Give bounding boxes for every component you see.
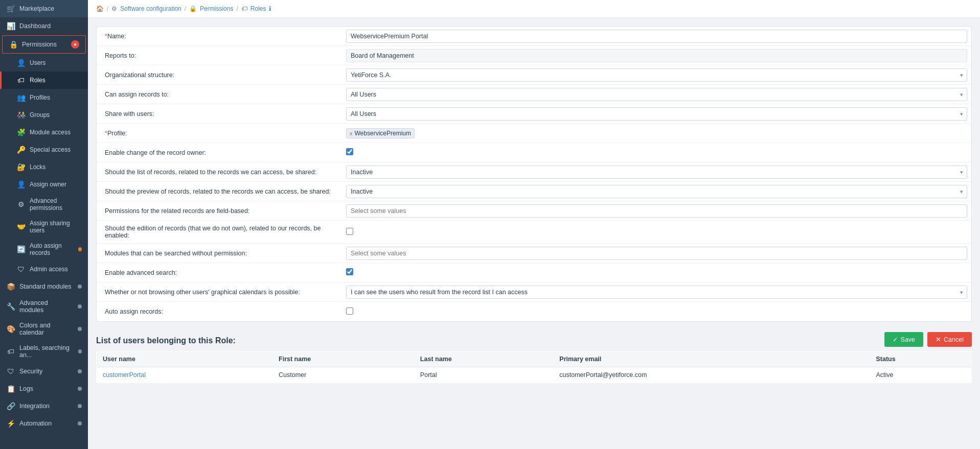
sidebar-item-roles[interactable]: 🏷 Roles xyxy=(0,72,88,89)
reports-to-input xyxy=(346,49,967,62)
security-dot xyxy=(78,369,82,373)
section-title: List of users belonging to this Role: xyxy=(96,330,236,349)
sidebar-item-admin-access[interactable]: 🛡 Admin access xyxy=(0,261,88,278)
breadcrumb-permissions[interactable]: Permissions xyxy=(200,5,233,12)
reports-to-label: Reports to: xyxy=(97,48,342,63)
sidebar-item-logs[interactable]: 📋 Logs xyxy=(0,380,88,397)
integration-icon: 🔗 xyxy=(6,401,15,411)
sidebar-item-assign-owner[interactable]: 👤 Assign owner xyxy=(0,176,88,193)
sidebar-label-profiles: Profiles xyxy=(30,94,50,101)
security-icon: 🛡 xyxy=(6,367,15,376)
sidebar-item-profiles[interactable]: 👥 Profiles xyxy=(0,89,88,106)
org-structure-select[interactable]: YetiForce S.A. xyxy=(346,68,967,82)
org-structure-value: YetiForce S.A. xyxy=(342,66,971,84)
content-area: *Name: Reports to: Organizational struct… xyxy=(88,18,980,449)
sidebar-label-colors-calendar: Colors and calendar xyxy=(19,322,74,336)
home-icon: 🏠 xyxy=(96,5,104,12)
sidebar-label-integration: Integration xyxy=(19,403,50,410)
colors-calendar-dot xyxy=(78,327,82,331)
breadcrumb-software-config[interactable]: Software configuration xyxy=(120,5,181,12)
sidebar-label-permissions: Permissions xyxy=(22,41,57,48)
sidebar-item-permissions[interactable]: 🔒 Permissions ● xyxy=(2,35,86,54)
modules-searched-input[interactable] xyxy=(346,247,967,260)
sidebar-label-assign-owner: Assign owner xyxy=(30,181,66,188)
col-lastname: Last name xyxy=(414,351,553,367)
sidebar-item-assign-sharing[interactable]: 🤝 Assign sharing users xyxy=(0,216,88,238)
browsing-calendars-select[interactable]: I can see the users who result from the … xyxy=(346,286,967,299)
save-button[interactable]: ✓ Save xyxy=(884,332,924,347)
form-card: *Name: Reports to: Organizational struct… xyxy=(96,26,972,322)
enable-advanced-search-checkbox[interactable] xyxy=(346,268,353,275)
col-username: User name xyxy=(97,351,273,367)
sidebar-item-labels[interactable]: 🏷 Labels, searching an... xyxy=(0,340,88,363)
sidebar-item-locks[interactable]: 🔐 Locks xyxy=(0,158,88,176)
share-users-value: All Users xyxy=(342,105,971,123)
gear-icon: ⚙ xyxy=(111,5,117,12)
auto-assign-value xyxy=(342,305,971,318)
preview-shared-row: Should the preview of records, related t… xyxy=(97,182,971,201)
enable-change-owner-checkbox[interactable] xyxy=(346,148,353,155)
enable-change-owner-label: Enable change of the record owner: xyxy=(97,145,342,160)
sidebar-item-standard-modules[interactable]: 📦 Standard modules xyxy=(0,278,88,295)
sidebar-item-users[interactable]: 👤 Users xyxy=(0,54,88,72)
sidebar-item-dashboard[interactable]: 📊 Dashboard xyxy=(0,17,88,35)
info-icon: ℹ xyxy=(269,5,271,12)
enable-advanced-search-label: Enable advanced search: xyxy=(97,265,342,280)
sidebar-label-standard-modules: Standard modules xyxy=(19,283,71,290)
col-status: Status xyxy=(870,351,971,367)
standard-modules-icon: 📦 xyxy=(6,282,15,291)
enable-advanced-search-value xyxy=(342,266,971,279)
permissions-field-based-row: Permissions for the related records are … xyxy=(97,201,971,221)
table-header-row: User name First name Last name Primary e… xyxy=(97,351,972,367)
sidebar-item-special-access[interactable]: 🔑 Special access xyxy=(0,141,88,158)
sidebar-label-groups: Groups xyxy=(30,111,50,119)
reports-to-row: Reports to: xyxy=(97,46,971,65)
sidebar-label-module-access: Module access xyxy=(30,129,71,136)
sidebar-item-automation[interactable]: ⚡ Automation xyxy=(0,415,88,432)
sidebar-item-advanced-permissions[interactable]: ⚙ Advanced permissions xyxy=(0,193,88,216)
auto-assign-checkbox[interactable] xyxy=(346,308,353,315)
module-access-icon: 🧩 xyxy=(16,128,26,137)
breadcrumb-roles[interactable]: Roles xyxy=(250,5,266,12)
sidebar-item-auto-assign[interactable]: 🔄 Auto assign records xyxy=(0,238,88,261)
sidebar-label-logs: Logs xyxy=(19,385,33,392)
automation-icon: ⚡ xyxy=(6,419,15,428)
breadcrumb: 🏠 / ⚙ Software configuration / 🔒 Permiss… xyxy=(88,0,980,18)
sidebar-label-roles: Roles xyxy=(30,77,45,84)
cancel-button[interactable]: ✕ Cancel xyxy=(927,332,972,347)
sidebar-label-automation: Automation xyxy=(19,420,52,427)
sidebar-item-marketplace[interactable]: 🛒 Marketplace xyxy=(0,0,88,17)
name-input[interactable] xyxy=(346,30,967,43)
section-header-bar: List of users belonging to this Role: ✓ … xyxy=(96,328,972,351)
sidebar-label-locks: Locks xyxy=(30,163,45,171)
labels-dot xyxy=(78,349,82,353)
sidebar-item-colors-calendar[interactable]: 🎨 Colors and calendar xyxy=(0,318,88,340)
share-users-select[interactable]: All Users xyxy=(346,107,967,121)
remove-profile-tag[interactable]: x xyxy=(350,130,353,136)
profile-value: x WebservicePremium xyxy=(342,126,971,140)
org-structure-select-wrapper: YetiForce S.A. xyxy=(346,68,967,82)
dashboard-icon: 📊 xyxy=(6,21,15,31)
can-assign-select[interactable]: All Users xyxy=(346,88,967,101)
action-bar: ✓ Save ✕ Cancel xyxy=(884,328,972,351)
locks-icon: 🔐 xyxy=(16,162,26,172)
permissions-field-based-input[interactable] xyxy=(346,204,967,218)
sidebar-item-module-access[interactable]: 🧩 Module access xyxy=(0,124,88,141)
marketplace-icon: 🛒 xyxy=(6,4,15,13)
roles-bc-icon: 🏷 xyxy=(241,5,247,12)
sidebar-item-groups[interactable]: 👫 Groups xyxy=(0,106,88,124)
sidebar-label-marketplace: Marketplace xyxy=(19,5,54,12)
users-table-header: User name First name Last name Primary e… xyxy=(97,351,972,367)
cell-firstname: Customer xyxy=(272,367,414,383)
sidebar-item-integration[interactable]: 🔗 Integration xyxy=(0,397,88,415)
col-email: Primary email xyxy=(553,351,870,367)
username-link[interactable]: customerPortal xyxy=(103,371,146,379)
sidebar-item-advanced-modules[interactable]: 🔧 Advanced modules xyxy=(0,295,88,318)
edition-enabled-checkbox[interactable] xyxy=(346,228,353,235)
sidebar-item-security[interactable]: 🛡 Security xyxy=(0,363,88,380)
preview-shared-select[interactable]: Inactive xyxy=(346,185,967,198)
can-assign-select-wrapper: All Users xyxy=(346,88,967,101)
assign-sharing-icon: 🤝 xyxy=(16,222,26,231)
list-shared-label: Should the list of records, related to t… xyxy=(97,164,342,180)
list-shared-select[interactable]: Inactive xyxy=(346,166,967,179)
